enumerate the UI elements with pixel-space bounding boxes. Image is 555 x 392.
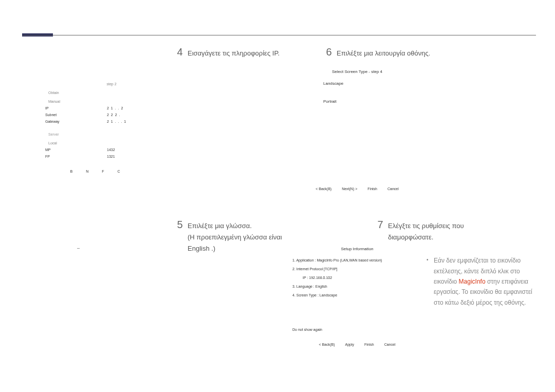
local-heading: Local <box>48 141 157 145</box>
ip-obtain-auto: Obtain <box>48 91 157 95</box>
mp-value: 1432 <box>107 148 115 152</box>
ip-dialog-buttons: B N F C <box>33 170 157 173</box>
step-7-row: 7 Ελέγξτε τις ρυθμίσεις που διαμορφώσατε… <box>373 219 542 243</box>
do-not-show-checkbox[interactable]: Do not show again <box>292 328 422 331</box>
ip-back-button[interactable]: B <box>70 170 72 173</box>
ip-finish-button[interactable]: F <box>102 170 104 173</box>
ip-dialog-box: step 2 Obtain Manual IP 2 1 . . 2 Subnet… <box>31 51 159 176</box>
fp-row: FP 1321 <box>45 155 157 158</box>
screen-next-button[interactable]: Next(N) > <box>342 187 357 191</box>
step-6-text: Επιλέξτε μια λειτουργία οθόνης. <box>337 46 430 59</box>
note-l3: εικονίδιο MagicInfo στην επιφάνεια <box>434 276 542 287</box>
note-l3c: στην επιφάνεια <box>486 278 528 285</box>
note-l3a: εικονίδιο <box>434 278 459 285</box>
screen-cancel-button[interactable]: Cancel <box>387 187 399 191</box>
step-7-block: 7 Ελέγξτε τις ρυθμίσεις που διαμορφώσατε… <box>373 219 542 308</box>
step-6-row: 6 Επιλέξτε μια λειτουργία οθόνης. <box>321 46 434 59</box>
ip-dialog: step 2 Obtain Manual IP 2 1 . . 2 Subnet… <box>31 46 159 191</box>
screen-finish-button[interactable]: Finish <box>367 187 377 191</box>
ip-label: IP <box>45 106 107 110</box>
step-4-number: 4 <box>172 46 188 58</box>
step-6-number: 6 <box>321 46 337 58</box>
step-5-line1: Επιλέξτε μια γλώσσα. <box>188 220 282 232</box>
mp-row: MP 1432 <box>45 148 157 152</box>
screen-dialog-buttons: < Back(B) Next(N) > Finish Cancel <box>292 187 422 191</box>
ip-next-button[interactable]: N <box>86 170 88 173</box>
ip-row: IP 2 1 . . 2 <box>45 106 157 110</box>
summary-dialog-buttons: < Back(B) Apply Finish Cancel <box>292 343 422 346</box>
screen-back-button[interactable]: < Back(B) <box>316 187 331 191</box>
summary-cancel-button[interactable]: Cancel <box>384 343 396 346</box>
subnet-row: Subnet 2 2 2 . <box>45 113 157 117</box>
language-dialog-placeholder: – <box>77 246 80 251</box>
note-l4: εργασίας. Το εικονίδιο θα εμφανιστεί <box>434 287 542 297</box>
step-5-line3: English .) <box>188 243 282 254</box>
step-7-note: • Εάν δεν εμφανίζεται το εικονίδιο εκτέλ… <box>427 255 542 308</box>
portrait-option[interactable]: Portrait <box>292 99 422 104</box>
ip-manual: Manual <box>48 100 157 103</box>
note-l1: Εάν δεν εμφανίζεται το εικονίδιο <box>434 255 542 266</box>
step-6-block: 6 Επιλέξτε μια λειτουργία οθόνης. Select… <box>290 46 434 208</box>
subnet-value: 2 2 2 . <box>107 113 120 117</box>
step-5-number: 5 <box>172 219 188 231</box>
note-l2: εκτέλεσης, κάντε διπλό κλικ στο <box>434 266 542 276</box>
summary-finish-button[interactable]: Finish <box>364 343 374 346</box>
gateway-value: 2 1 . . . 1 <box>107 120 126 123</box>
subnet-label: Subnet <box>45 113 107 117</box>
step-7-line1: Ελέγξτε τις ρυθμίσεις που <box>388 220 464 232</box>
fp-value: 1321 <box>107 155 115 158</box>
summary-apply-button[interactable]: Apply <box>345 343 354 346</box>
ip-dialog-title: step 2 <box>66 82 157 86</box>
screen-type-dialog: Select Screen Type - step 4 Landscape Po… <box>290 66 424 194</box>
screen-dialog-title: Select Screen Type - step 4 <box>292 69 422 74</box>
step-7-text: Ελέγξτε τις ρυθμίσεις που διαμορφώσατε. <box>388 219 464 243</box>
bullet-icon: • <box>427 255 429 264</box>
ip-value: 2 1 . . 2 <box>107 106 123 110</box>
step-7-number: 7 <box>373 219 388 231</box>
note-l5: στο κάτω δεξιό μέρος της οθόνης. <box>434 297 542 308</box>
ip-cancel-button[interactable]: C <box>117 170 120 173</box>
server-heading: Server <box>48 133 157 136</box>
mp-label: MP <box>45 148 107 152</box>
gateway-row: Gateway 2 1 . . . 1 <box>45 120 157 123</box>
step-4-text: Εισαγάγετε τις πληροφορίες IP. <box>188 46 280 59</box>
magicinfo-highlight: MagicInfo <box>459 278 486 285</box>
fp-label: FP <box>45 155 107 158</box>
header-rule <box>22 35 536 35</box>
landscape-option[interactable]: Landscape <box>292 81 422 86</box>
gateway-label: Gateway <box>45 120 107 123</box>
step-5-line2: (Η προεπιλεγμένη γλώσσα είναι <box>188 232 282 243</box>
summary-back-button[interactable]: < Back(B) <box>319 343 335 346</box>
step-7-line2: διαμορφώσατε. <box>388 232 464 243</box>
step-5-text: Επιλέξτε μια γλώσσα. (Η προεπιλεγμένη γλ… <box>188 219 282 254</box>
